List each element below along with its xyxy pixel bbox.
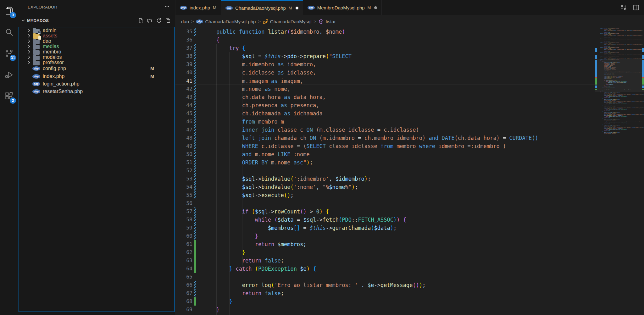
code-line-64[interactable]: 64 } catch (PDOException $e) { (175, 265, 596, 273)
tab-index-php[interactable]: phpindex.phpM (175, 0, 221, 15)
breadcrumb-ChamadaDaoMysql[interactable]: ChamadaDaoMysql (263, 19, 312, 24)
breadcrumb-dao[interactable]: dao (181, 19, 189, 24)
breadcrumb-ChamadaDaoMysql-php[interactable]: phpChamadaDaoMysql.php (196, 19, 256, 24)
code-line-37[interactable]: 37 try { (175, 44, 596, 52)
code-line-57[interactable]: 57 if ($sql->rowCount() > 0) { (175, 207, 596, 216)
code-line-46[interactable]: 46 from membro m (175, 118, 596, 126)
code-line-68[interactable]: 68 } (175, 297, 596, 306)
git-gutter-mod (194, 85, 196, 93)
code-line-55[interactable]: 55 $sql->execute(); (175, 191, 596, 199)
line-number: 36 (175, 36, 192, 44)
more-actions-icon[interactable] (163, 3, 171, 11)
tree-item-login_action-php[interactable]: phplogin_action.php (19, 80, 174, 88)
code-text: return $membros; (203, 240, 307, 248)
code-text: error_log('Erro ao listar membros: ' . $… (203, 281, 425, 289)
activitybar-run-debug-icon[interactable] (0, 64, 18, 86)
indent-guide (255, 224, 255, 240)
code-line-41[interactable]: 41 m.imagem as imagem, (175, 77, 596, 85)
code-line-45[interactable]: 45 ch.idchamada as idchamada (175, 109, 596, 118)
tree-item-membro[interactable]: membro (19, 50, 25, 54)
code-line-47[interactable]: 47 inner join classe c ON (m.classe_idcl… (175, 126, 596, 134)
tree-item-config-php[interactable]: phpconfig.phpM (19, 65, 174, 72)
code-text: m.imagem as imagem, (203, 77, 303, 85)
code-line-58[interactable]: 58 while ($data = $sql->fetch(PDO::FETCH… (175, 216, 596, 224)
code-text: $sql->bindValue(':nome', "%$nome%"); (203, 183, 358, 191)
line-number: 67 (175, 289, 192, 297)
git-gutter-mod (194, 183, 196, 191)
tree-item-index-php[interactable]: phpindex.phpM (19, 72, 174, 80)
tree-item-modelos[interactable]: modelos (19, 55, 25, 59)
minimap-git-marker (595, 60, 597, 77)
code-editor[interactable]: 35 public function listar($idmembro, $no… (175, 28, 644, 315)
refresh-icon[interactable] (156, 18, 162, 23)
git-gutter-mod (194, 216, 196, 224)
code-line-65[interactable]: 65 (175, 273, 596, 281)
code-line-51[interactable]: 51 ORDER BY m.nome asc"); (175, 158, 596, 167)
code-text: c.idclasse as idclasse, (203, 69, 316, 77)
dirty-dot[interactable] (296, 7, 298, 9)
tree-item-label: index.php (43, 74, 64, 79)
code-line-40[interactable]: 40 c.idclasse as idclasse, (175, 69, 596, 77)
code-line-52[interactable]: 52 (175, 167, 596, 175)
activitybar-extensions-icon[interactable]: 2 (0, 86, 18, 107)
code-line-50[interactable]: 50 and m.nome LIKE :nome (175, 150, 596, 158)
code-line-54[interactable]: 54 $sql->bindValue(':nome', "%$nome%"); (175, 183, 596, 191)
indent-guide (242, 257, 242, 273)
tree-item-dao[interactable]: dao (19, 39, 25, 43)
code-line-63[interactable]: 63 return false; (175, 257, 596, 265)
code-line-38[interactable]: 38 $sql = $this->pdo->prepare("SELECT (175, 52, 596, 60)
explorer-section-header[interactable]: MYDADOS (18, 14, 175, 26)
code-line-62[interactable]: 62 } (175, 248, 596, 257)
code-line-66[interactable]: 66 error_log('Erro ao listar membros: ' … (175, 281, 596, 289)
minimap[interactable]: public function listar($idmembro, $nome)… (595, 28, 644, 315)
collapse-all-icon[interactable] (165, 18, 171, 23)
folder-icon (31, 49, 41, 55)
line-number: 61 (175, 240, 192, 248)
code-text: ch.presenca as presenca, (203, 101, 319, 109)
code-line-48[interactable]: 48 left join chamada ch ON (m.idmembro =… (175, 134, 596, 142)
code-line-35[interactable]: 35 public function listar($idmembro, $no… (175, 28, 596, 36)
code-line-67[interactable]: 67 return false; (175, 289, 596, 297)
code-line-49[interactable]: 49 WHERE c.idclasse = (SELECT classe_idc… (175, 142, 596, 150)
overview-ruler-marker (642, 60, 644, 77)
minimap-slider[interactable] (595, 59, 644, 92)
open-changes-icon[interactable] (620, 4, 627, 11)
code-text: } (203, 232, 258, 240)
activitybar-source-control-icon[interactable]: 31 (0, 43, 18, 64)
code-line-60[interactable]: 60 } (175, 232, 596, 240)
code-line-36[interactable]: 36 { (175, 36, 596, 44)
new-file-icon[interactable] (138, 18, 143, 23)
indent-guide (242, 60, 242, 265)
code-line-39[interactable]: 39 m.idmembro as idmembro, (175, 60, 596, 69)
git-gutter-mod (194, 28, 196, 36)
line-number: 56 (175, 199, 192, 207)
code-text: ch.idchamada as idchamada (203, 109, 323, 118)
split-editor-icon[interactable] (633, 4, 640, 11)
line-number: 58 (175, 216, 192, 224)
source-control-badge: 31 (10, 55, 16, 61)
tree-item-medias[interactable]: medias (19, 44, 25, 49)
code-line-69[interactable]: 69 } (175, 306, 596, 314)
method-symbol-icon (319, 19, 324, 24)
code-line-44[interactable]: 44 ch.presenca as presenca, (175, 101, 596, 109)
activitybar-search-icon[interactable] (0, 21, 18, 43)
tab-ChamadaDaoMysql-php[interactable]: phpChamadaDaoMysql.phpM (221, 0, 303, 15)
tree-item-admin[interactable]: admin (19, 28, 25, 33)
tree-item-resetarSenha-php[interactable]: phpresetarSenha.php (19, 88, 174, 95)
tree-item-assets[interactable]: assets (19, 34, 25, 38)
code-line-59[interactable]: 59 $membros[] = $this->gerarChamada($dat… (175, 224, 596, 232)
dirty-dot[interactable] (374, 6, 377, 9)
code-line-56[interactable]: 56 (175, 199, 596, 207)
code-line-53[interactable]: 53 $sql->bindValue(':idmembro', $idmembr… (175, 175, 596, 183)
code-line-61[interactable]: 61 return $membros; (175, 240, 596, 248)
tree-item-professor[interactable]: professor (19, 60, 25, 65)
breadcrumb-listar[interactable]: listar (319, 19, 336, 24)
new-folder-icon[interactable] (147, 18, 153, 23)
code-text: { (203, 36, 219, 44)
code-text: $sql->execute(); (203, 191, 294, 199)
tab-label: ChamadaDaoMysql.php (235, 5, 286, 11)
activitybar-explorer-icon[interactable]: 3 (0, 0, 18, 21)
tab-MembroDaoMysql-php[interactable]: phpMembroDaoMysql.phpM (303, 0, 382, 15)
code-line-42[interactable]: 42 m.nome as nome, (175, 85, 596, 93)
code-line-43[interactable]: 43 ch.data_hora as data_hora, (175, 93, 596, 101)
